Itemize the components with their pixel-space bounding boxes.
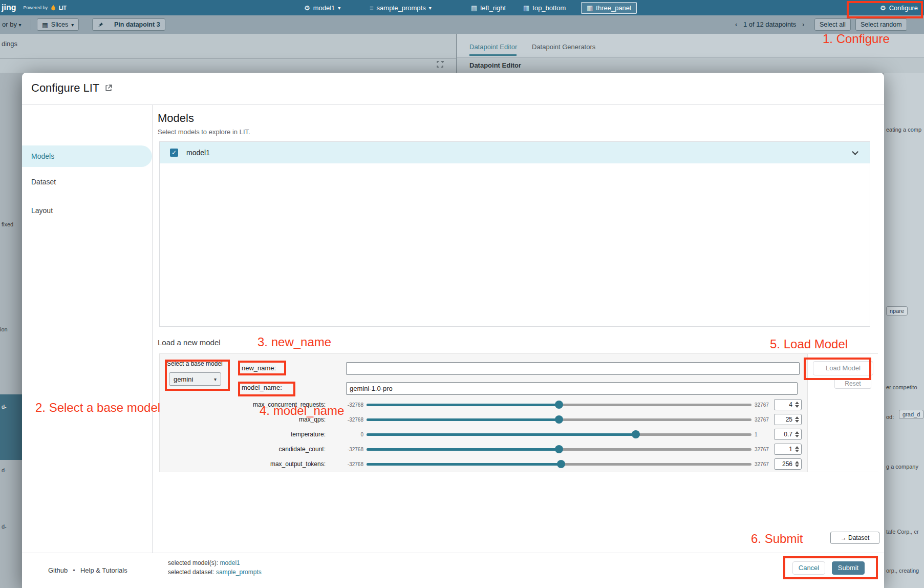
slider-label: temperature: [160,431,326,438]
slider-thumb[interactable] [555,401,563,409]
slider-row-max-concurrent-requests: max_concurrent_requests: -32768 32767 4 [160,398,806,411]
selected-models-label: selected model(s): [168,559,218,566]
bg-text-fragment: eating a comp [886,127,921,133]
pin-datapoint-button[interactable]: Pin datapoint 3 [92,18,165,31]
caret-down-icon: ▾ [338,5,340,11]
slider-min: 0 [326,432,363,437]
color-by-label: or by [2,20,17,28]
layout-grid-icon: ▦ [587,4,593,12]
footer-links: Github • Help & Tutorials [48,566,127,574]
annotation-box-model-name [238,382,295,396]
slider-track[interactable] [367,398,751,411]
model-selector-menu[interactable]: ⚙ model1 ▾ [304,0,340,15]
slider-thumb[interactable] [555,445,563,453]
select-random-label: Select random [861,21,902,28]
bg-chip-fragment: grad_d [899,410,923,419]
selection-summary: selected model(s): model1 selected datas… [168,558,262,577]
bg-chip-fragment: npare [886,306,908,316]
annotation-step2: 2. Select a base model [35,401,160,415]
models-list: ✓ model1 [159,141,870,327]
annotation-step5: 5. Load Model [770,337,848,351]
annotation-box-load-model [804,358,871,380]
value-spinner[interactable]: 1 [774,444,802,455]
slider-label: candidate_count: [160,446,326,453]
annotation-step4: 4. model_name [260,404,344,418]
spinner-arrows-icon[interactable] [794,431,801,437]
spinner-value: 25 [775,416,794,423]
github-link[interactable]: Github [48,566,68,574]
value-spinner[interactable]: 256 [774,458,802,470]
selected-dataset-value[interactable]: sample_prompts [216,569,262,576]
tab-datapoint-editor: Datapoint Editor [469,43,517,51]
color-by-control[interactable]: or by ▾ [2,20,22,28]
help-tutorials-link[interactable]: Help & Tutorials [80,566,127,574]
model-name-input[interactable] [346,382,798,395]
layout-left-right-button[interactable]: ▦ left_right [471,0,506,15]
app-name: jing Powered by LIT [2,0,67,15]
model-row[interactable]: ✓ model1 [160,142,870,163]
external-link-icon[interactable] [104,84,113,92]
layout-three-panel-button[interactable]: ▦ three_panel [581,2,637,14]
chevron-down-icon[interactable] [852,149,858,155]
select-random-button[interactable]: Select random [855,18,907,31]
model-checkbox[interactable]: ✓ [170,149,178,157]
spinner-arrows-icon[interactable] [794,416,801,423]
nav-item-models[interactable]: Models [22,145,152,167]
selected-row-fragment: d- [0,394,22,460]
panel-header-band: Datapoint Editor [457,58,924,73]
annotation-box-base-model [165,360,230,391]
spinner-arrows-icon[interactable] [794,461,801,467]
slider-track[interactable] [367,457,751,471]
slider-track[interactable] [367,413,751,426]
bg-text-fragment: ion [0,326,8,332]
annotation-box-configure [847,1,923,18]
slider-row-temperature: temperature: 0 1 0.7 [160,428,806,441]
bg-text-fragment: tafe Corp., cr [886,529,919,535]
background-right-column: eating a comp npare er competito od: gra… [884,73,924,588]
bg-text-fragment: d- [2,404,7,410]
dataset-selector-label: sample_prompts [377,4,426,12]
datapoint-pagination: ‹ 1 of 12 datapoints › [735,20,804,28]
select-all-label: Select all [820,21,846,28]
select-all-button[interactable]: Select all [814,18,851,31]
dataset-jump-button[interactable]: → Dataset [830,532,879,544]
dataset-selector-menu[interactable]: ≡ sample_prompts ▾ [370,0,432,15]
nav-item-dataset[interactable]: Dataset [31,171,56,193]
slider-thumb[interactable] [557,460,565,468]
spinner-value: 1 [775,446,794,453]
spinner-arrows-icon[interactable] [794,402,801,408]
slider-track[interactable] [367,428,751,441]
prev-datapoint-button[interactable]: ‹ [735,20,737,28]
selection-toolbar: or by ▾ ▦ Slices ▾ Pin datapoint 3 ‹ 1 o… [0,15,924,34]
pagination-label: 1 of 12 datapoints [739,20,800,28]
value-spinner[interactable]: 0.7 [774,429,802,440]
layout-left-right-label: left_right [480,4,506,12]
slider-max: 32767 [755,447,771,452]
selected-dataset-label: selected dataset: [168,569,214,576]
dot-separator: • [73,566,75,574]
bg-text-fragment: orp., creating [886,568,919,574]
next-datapoint-button[interactable]: › [802,20,804,28]
slider-thumb[interactable] [632,430,640,438]
reset-button[interactable]: Reset [834,379,871,389]
slider-track[interactable] [367,443,751,456]
slices-button[interactable]: ▦ Slices ▾ [37,18,79,31]
bg-text-fragment: d- [2,523,7,530]
bg-text-fragment: od: [886,414,894,420]
value-spinner[interactable]: 25 [774,414,802,425]
model-row-label: model1 [186,149,210,157]
lit-label: LIT [59,5,67,11]
selected-models-value[interactable]: model1 [220,559,240,566]
active-tab-underline [469,54,517,56]
value-spinner[interactable]: 4 [774,399,802,410]
layout-grid-icon: ▦ [471,4,477,12]
pin-icon [97,22,104,28]
layout-top-bottom-button[interactable]: ▦ top_bottom [523,0,566,15]
new-name-input[interactable] [346,362,800,375]
annotation-step1: 1. Configure [823,32,890,46]
slider-row-max-output-tokens: max_output_tokens: -32768 32767 256 [160,457,806,471]
slider-thumb[interactable] [555,415,563,424]
spinner-arrows-icon[interactable] [794,446,801,452]
nav-item-layout[interactable]: Layout [31,200,53,221]
spinner-value: 4 [775,401,794,408]
